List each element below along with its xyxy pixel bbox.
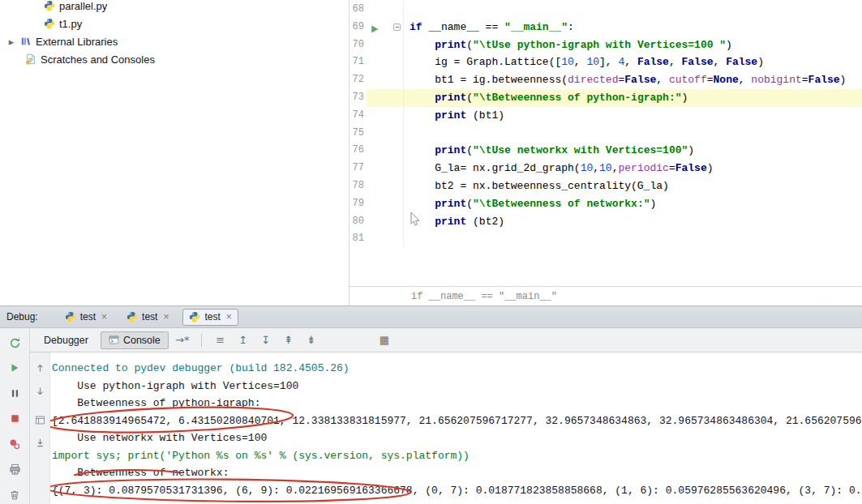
code-editor[interactable]: 6869if __name__ == "__main__":70 print("… — [350, 0, 862, 286]
breadcrumb[interactable]: if __name__ == "__main__" — [411, 291, 557, 302]
scroll-down-icon[interactable]: ↧ — [257, 331, 275, 349]
line-number[interactable]: 80 — [350, 213, 367, 231]
line-number[interactable]: 77 — [350, 160, 367, 177]
code-line: 71 ig = Graph.Lattice([10, 10], 4, False… — [350, 53, 862, 71]
line-number[interactable]: 81 — [350, 230, 367, 248]
close-tab-icon[interactable]: × — [101, 311, 107, 322]
line-number[interactable]: 78 — [350, 177, 367, 195]
console-lines: Connected to pydev debugger (build 182.4… — [52, 360, 862, 499]
python-file-icon — [44, 18, 55, 29]
view-tab-label: Console — [123, 335, 161, 346]
line-number[interactable]: 71 — [350, 53, 367, 71]
line-number[interactable]: 69 — [350, 19, 367, 36]
pause-icon[interactable] — [10, 385, 20, 403]
tab-debugger[interactable]: Debugger — [36, 332, 96, 348]
project-tree-panel: parallel.pyt1.py▸External LibrariesScrat… — [0, 0, 349, 305]
debug-session-tab[interactable]: test× — [121, 309, 174, 326]
gutter-icon-slot — [367, 177, 383, 195]
tree-item-parallel-py[interactable]: parallel.py — [0, 0, 349, 15]
fold-slot — [383, 195, 404, 213]
code-line: 81 — [350, 230, 862, 248]
code-text[interactable]: print("\tBetweenness of networkx:") — [404, 195, 862, 213]
gutter-icon-slot — [367, 125, 383, 143]
code-line: 69if __name__ == "__main__": — [350, 19, 862, 36]
close-tab-icon[interactable]: × — [226, 311, 232, 322]
line-number[interactable]: 72 — [350, 71, 367, 89]
tree-item-external-libraries[interactable]: ▸External Libraries — [0, 32, 349, 50]
code-text[interactable] — [404, 125, 862, 143]
gutter-icon-slot — [367, 107, 383, 125]
line-number[interactable]: 79 — [350, 195, 367, 213]
show-prompt-icon[interactable]: →* — [174, 331, 191, 349]
code-text[interactable]: bt1 = ig.betweenness(directed=False, cut… — [404, 71, 862, 89]
console-output[interactable]: Connected to pydev debugger (build 182.4… — [50, 352, 862, 504]
code-text[interactable] — [404, 230, 862, 248]
line-number[interactable]: 76 — [350, 142, 367, 160]
line-number[interactable]: 68 — [350, 1, 367, 19]
view-breakpoints-icon[interactable] — [9, 435, 20, 453]
fold-slot — [383, 160, 404, 177]
code-line: 75 — [350, 125, 862, 143]
rerun-icon[interactable] — [9, 334, 21, 352]
resume-icon[interactable] — [9, 359, 20, 377]
scratch-icon — [25, 53, 36, 65]
tree-item-t1-py[interactable]: t1.py — [0, 15, 349, 32]
close-tab-icon[interactable]: × — [163, 311, 169, 322]
code-line: 72 bt1 = ig.betweenness(directed=False, … — [350, 71, 862, 89]
page-up-icon[interactable]: ⇞ — [280, 331, 298, 349]
gutter-icon-slot — [367, 89, 383, 107]
fold-slot — [383, 19, 404, 36]
console-line: Use python-igraph with Vertices=100 — [52, 378, 862, 395]
gutter-icon-slot — [367, 142, 383, 160]
gutter-icon-slot — [367, 160, 383, 177]
page-down-icon[interactable]: ⇟ — [302, 331, 320, 349]
console-line: {(7, 3): 0.0879570531731396, (6, 9): 0.0… — [52, 482, 862, 500]
code-line: 79 print("\tBetweenness of networkx:") — [350, 195, 862, 213]
code-text[interactable]: ig = Graph.Lattice([10, 10], 4, False, F… — [404, 53, 862, 71]
scroll-up-icon[interactable]: ↥ — [234, 331, 252, 349]
print-icon[interactable] — [9, 460, 21, 478]
debug-session-tab[interactable]: test× — [182, 309, 238, 326]
console-line: [2.641883914965472, 6.43150280840701, 12… — [52, 412, 862, 430]
line-number[interactable]: 75 — [350, 125, 367, 143]
line-number[interactable]: 74 — [350, 107, 367, 125]
grid-icon[interactable]: ▦ — [375, 331, 393, 349]
restore-layout-icon[interactable] — [35, 411, 45, 429]
code-text[interactable] — [404, 1, 862, 19]
code-line: 77 G_la= nx.grid_2d_graph(10,10,periodic… — [350, 160, 862, 177]
run-line-icon[interactable] — [370, 19, 380, 36]
code-text[interactable]: bt2 = nx.betweenness_centrality(G_la) — [404, 177, 862, 195]
code-line: 73 print("\tBetweenness of python-igraph… — [350, 89, 862, 107]
tab-console[interactable]: Console — [101, 331, 169, 349]
gutter-icon-slot — [367, 71, 383, 89]
code-text[interactable]: print("\tUse python-igraph with Vertices… — [404, 36, 862, 54]
code-text[interactable]: print (bt2) — [404, 213, 862, 231]
code-text[interactable]: print (bt1) — [404, 107, 862, 125]
code-text[interactable]: if __name__ == "__main__": — [404, 19, 862, 36]
delete-icon[interactable] — [9, 486, 20, 504]
toolbar-separator — [201, 334, 202, 347]
fold-slot — [383, 230, 404, 248]
console-line: Betweenness of networkx: — [52, 464, 862, 482]
code-text[interactable]: print("\tBetweenness of python-igraph:") — [404, 89, 862, 107]
debug-session-tab[interactable]: test× — [59, 309, 113, 326]
fold-marker-icon[interactable] — [393, 23, 401, 31]
fold-slot — [383, 1, 404, 19]
tree-item-scratches-and-consoles[interactable]: Scratches and Consoles — [0, 50, 349, 68]
soft-wrap-icon[interactable]: ≡ — [212, 331, 229, 349]
console-icon — [109, 335, 119, 345]
line-number[interactable]: 70 — [350, 36, 367, 54]
down-stack-icon[interactable] — [35, 382, 45, 399]
code-text[interactable]: G_la= nx.grid_2d_graph(10,10,periodic=Fa… — [404, 160, 862, 177]
chevron-right-icon[interactable]: ▸ — [6, 36, 16, 47]
stop-icon[interactable] — [10, 410, 20, 428]
code-text[interactable]: print("\tUse networkx with Vertices=100"… — [404, 142, 862, 160]
fold-slot — [383, 89, 404, 107]
project-tree: parallel.pyt1.py▸External LibrariesScrat… — [0, 0, 349, 68]
up-stack-icon[interactable] — [35, 359, 45, 377]
line-number[interactable]: 73 — [350, 89, 367, 107]
python-file-icon — [44, 0, 55, 11]
scroll-end-icon[interactable] — [35, 434, 45, 451]
fold-slot — [383, 53, 404, 71]
console-line: Connected to pydev debugger (build 182.4… — [52, 360, 862, 378]
